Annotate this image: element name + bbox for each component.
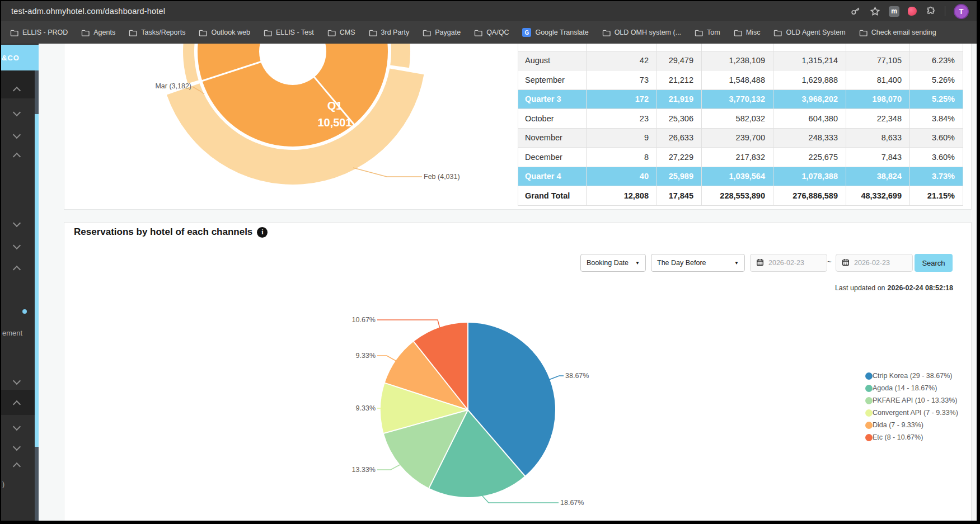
preset-select[interactable]: The Day Before ▼ xyxy=(651,254,745,272)
folder-icon xyxy=(81,29,90,36)
table-cell: 1,629,888 xyxy=(773,70,846,90)
sidebar-collapse-chevron-up[interactable] xyxy=(13,266,21,273)
bookmark-item[interactable]: GGoogle Translate xyxy=(522,28,588,37)
bookmark-item[interactable]: QA/QC xyxy=(474,29,509,36)
table-cell: 3.84% xyxy=(910,109,963,129)
main-area: &CO ement ) Q110,501Mar (3,182)Feb (4,03… xyxy=(1,44,977,522)
pie-percent-label: 10.67% xyxy=(352,316,376,324)
sidebar-collapse-chevron-up[interactable] xyxy=(13,462,21,470)
table-cell: 1,039,564 xyxy=(702,167,773,186)
donut-center-label: Q1 xyxy=(327,100,343,112)
table-cell: 582,032 xyxy=(702,109,773,129)
bookmark-item[interactable]: Misc xyxy=(734,29,761,36)
table-cell: 604,380 xyxy=(773,109,846,129)
table-cell: 1,078,388 xyxy=(773,167,846,186)
table-cell: 228,553,890 xyxy=(702,186,773,206)
sidebar-collapse-chevron-down[interactable] xyxy=(13,423,21,431)
date-to-input[interactable]: 2026-02-23 xyxy=(836,254,913,272)
bookmark-item[interactable]: OLD Agent System xyxy=(773,29,845,36)
folder-icon xyxy=(264,29,272,36)
table-cell: 23 xyxy=(587,109,657,129)
table-cell: 3,968,202 xyxy=(773,89,846,109)
search-button[interactable]: Search xyxy=(915,254,953,272)
legend-item[interactable]: Agoda (14 - 18.67%) xyxy=(865,384,958,393)
row-label: August xyxy=(518,51,587,70)
sidebar-item-label-partial[interactable]: ement xyxy=(2,329,22,337)
channels-pie-chart[interactable]: 38.67%18.67%13.33%9.33%9.33%10.67% xyxy=(315,306,629,516)
row-label: Grand Total xyxy=(518,186,587,206)
sidebar-collapse-chevron-up[interactable] xyxy=(13,153,21,160)
legend-item[interactable]: Etc (8 - 10.67%) xyxy=(865,433,958,442)
bookmark-item[interactable]: OLD OMH system (... xyxy=(602,29,681,36)
bookmark-label: ELLIS - Test xyxy=(276,29,314,36)
bookmark-item[interactable]: Outlook web xyxy=(199,29,250,36)
section-title-text: Reservations by hotel of each channels xyxy=(74,226,252,238)
sidebar-collapse-chevron-down[interactable] xyxy=(13,377,21,385)
profile-avatar[interactable]: T xyxy=(954,4,969,19)
table-cell: 21.15% xyxy=(910,186,963,206)
sidebar-item-label-partial[interactable]: ) xyxy=(2,480,4,488)
pie-percent-label: 13.33% xyxy=(352,466,376,474)
partial-row xyxy=(518,44,963,51)
date-type-select[interactable]: Booking Date ▼ xyxy=(580,254,646,272)
sidebar-collapse-chevron-down[interactable] xyxy=(13,131,21,139)
legend-item[interactable]: Convergent API (7 - 9.33%) xyxy=(865,408,958,417)
sidebar-scrollbar-thumb[interactable] xyxy=(35,114,39,447)
browser-window: test-adm.ohmyhotel.com/dashboard-hotel m xyxy=(0,0,978,522)
bookmark-label: QA/QC xyxy=(486,29,509,36)
sidebar-active-item[interactable] xyxy=(1,70,35,98)
folder-icon xyxy=(474,29,482,36)
calendar-icon xyxy=(756,258,764,268)
legend-color-dot xyxy=(865,385,873,392)
bookmark-item[interactable]: 3rd Party xyxy=(369,29,410,36)
bookmark-item[interactable]: Tom xyxy=(695,29,720,36)
folder-icon xyxy=(10,29,18,36)
table-row: Quarter 44025,9891,039,5641,078,38838,82… xyxy=(518,167,963,186)
row-label: December xyxy=(518,148,587,167)
bookmark-item[interactable]: Tasks/Reports xyxy=(129,29,185,36)
table-cell: 73 xyxy=(587,70,657,90)
sidebar-collapse-chevron-down[interactable] xyxy=(13,242,21,249)
table-cell: 3.60% xyxy=(910,128,963,148)
url-text[interactable]: test-adm.ohmyhotel.com/dashboard-hotel xyxy=(11,7,165,16)
legend-item[interactable]: Dida (7 - 9.33%) xyxy=(865,421,958,429)
bookmark-item[interactable]: Paygate xyxy=(423,29,461,36)
sidebar-collapse-chevron-down[interactable] xyxy=(13,108,21,116)
extension-pink-icon[interactable] xyxy=(908,7,917,16)
table-cell: 48,332,699 xyxy=(846,186,910,206)
bookmark-item[interactable]: Agents xyxy=(81,29,115,36)
bookmark-item[interactable]: Check email sending xyxy=(859,29,936,36)
legend-item[interactable]: PKFARE API (10 - 13.33%) xyxy=(865,396,958,405)
bookmark-item[interactable]: CMS xyxy=(327,29,355,36)
table-cell: 29,479 xyxy=(657,51,702,70)
table-cell: 81,400 xyxy=(846,70,910,90)
extensions-puzzle-icon[interactable] xyxy=(925,6,936,17)
chevron-down-icon: ▼ xyxy=(734,261,739,266)
table-cell: 22,348 xyxy=(846,109,910,129)
summary-card: Q110,501Mar (3,182)Feb (4,031) August422… xyxy=(64,44,972,210)
password-key-icon[interactable] xyxy=(850,6,861,17)
row-label: Quarter 4 xyxy=(518,167,587,186)
legend-item[interactable]: Ctrip Korea (29 - 38.67%) xyxy=(865,371,958,380)
calendar-icon xyxy=(842,258,850,268)
pie-percent-label: 9.33% xyxy=(356,352,376,360)
extension-m-icon[interactable]: m xyxy=(889,6,899,17)
table-cell: 12,808 xyxy=(587,186,657,206)
summary-table: August4229,4791,238,1091,315,21477,1056.… xyxy=(518,44,963,206)
bookmark-item[interactable]: ELLIS - PROD xyxy=(10,29,68,36)
address-bar[interactable]: test-adm.ohmyhotel.com/dashboard-hotel xyxy=(1,6,850,16)
channels-card: Reservations by hotel of each channels i… xyxy=(64,222,972,522)
table-cell: 217,832 xyxy=(702,148,773,167)
sidebar-collapse-chevron-down[interactable] xyxy=(13,219,21,227)
table-cell: 248,333 xyxy=(773,128,846,148)
folder-icon xyxy=(695,29,703,36)
sidebar: &CO ement ) xyxy=(1,44,39,522)
sidebar-logo[interactable]: &CO xyxy=(1,45,39,70)
date-from-input[interactable]: 2026-02-23 xyxy=(750,254,827,272)
folder-icon xyxy=(773,29,782,36)
quarterly-donut-chart[interactable]: Q110,501Mar (3,182)Feb (4,031) xyxy=(136,44,472,210)
bookmark-star-icon[interactable] xyxy=(869,6,880,17)
bookmark-item[interactable]: ELLIS - Test xyxy=(264,29,314,36)
sidebar-collapse-chevron-down[interactable] xyxy=(13,443,21,451)
info-icon[interactable]: i xyxy=(257,227,268,238)
